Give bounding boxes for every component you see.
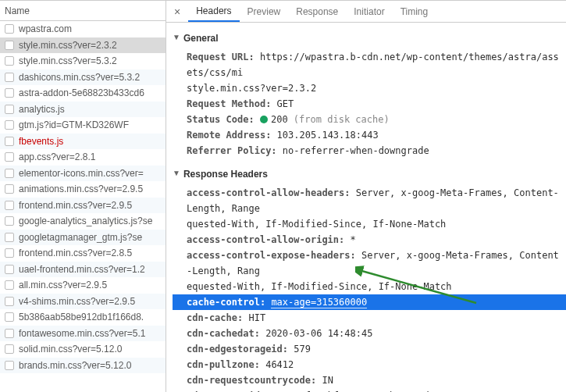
file-row[interactable]: frontend.min.css?ver=2.8.5	[0, 245, 166, 262]
file-row[interactable]: dashicons.min.css?ver=5.3.2	[0, 69, 166, 86]
file-row[interactable]: uael-frontend.min.css?ver=1.2	[0, 262, 166, 278]
acah-key: access-control-allow-headers:	[187, 187, 351, 198]
tab-timing[interactable]: Timing	[393, 1, 436, 22]
file-name: app.css?ver=2.8.1	[19, 151, 95, 162]
file-row[interactable]: astra-addon-5e68823b433cd6	[0, 85, 166, 102]
file-icon	[5, 73, 14, 82]
collapse-icon: ▼	[173, 30, 180, 45]
file-name: fontawesome.min.css?ver=5.1	[19, 328, 145, 339]
status-code-key: Status Code:	[187, 114, 255, 125]
file-row[interactable]: elementor-icons.min.css?ver=	[0, 166, 166, 182]
file-row[interactable]: 5b386aab58be912db1f166d8.	[0, 309, 166, 326]
file-row[interactable]: analytics.js	[0, 102, 166, 118]
referrer-policy-key: Referrer Policy:	[187, 145, 277, 156]
file-icon	[5, 233, 14, 242]
file-icon	[5, 137, 14, 146]
file-row[interactable]: google-analytics_analytics.js?se	[0, 213, 166, 230]
file-icon	[5, 216, 14, 226]
name-column-header[interactable]: Name	[0, 1, 166, 21]
cdn-cache-value: HIT	[248, 312, 265, 323]
request-url-row2: style.min.css?ver=2.3.2	[173, 80, 566, 96]
status-dot-icon	[260, 116, 268, 123]
file-name: uael-frontend.min.css?ver=1.2	[19, 264, 145, 275]
file-row[interactable]: fontawesome.min.css?ver=5.1	[0, 326, 166, 342]
file-icon	[5, 169, 14, 178]
file-name: frontend.min.css?ver=2.9.5	[19, 200, 132, 211]
file-icon	[5, 361, 14, 370]
cdn-cachedat-key: cdn-cachedat:	[187, 328, 260, 339]
acao-key: access-control-allow-origin:	[187, 234, 344, 245]
cdn-requestcountrycode-key: cdn-requestcountrycode:	[187, 375, 316, 386]
file-icon	[5, 312, 14, 322]
file-row[interactable]: fbevents.js	[0, 134, 166, 150]
file-name: v4-shims.min.css?ver=2.9.5	[19, 296, 135, 307]
aceh-row: access-control-expose-headers: Server, x…	[173, 248, 566, 279]
tab-response[interactable]: Response	[288, 1, 346, 22]
file-name: astra-addon-5e68823b433cd6	[19, 87, 144, 98]
aceh-row2: equested-With, If-Modified-Since, If-Non…	[173, 279, 566, 294]
file-row[interactable]: style.min.css?ver=5.3.2	[0, 53, 166, 69]
file-icon	[5, 41, 14, 50]
cdn-pullzone-row: cdn-pullzone: 46412	[173, 357, 566, 372]
file-name: wpastra.com	[19, 23, 72, 34]
cdn-edgestorageid-value: 579	[294, 344, 311, 355]
file-list: wpastra.comstyle.min.css?ver=2.3.2style.…	[0, 21, 166, 392]
request-method-key: Request Method:	[187, 98, 271, 109]
details-panel: × HeadersPreviewResponseInitiatorTiming …	[166, 1, 566, 392]
remote-address-key: Remote Address:	[187, 130, 271, 141]
file-icon	[5, 280, 14, 290]
file-icon	[5, 56, 14, 66]
file-row[interactable]: solid.min.css?ver=5.12.0	[0, 341, 166, 358]
tab-preview[interactable]: Preview	[240, 1, 289, 22]
file-icon	[5, 201, 14, 210]
name-column-label: Name	[5, 5, 30, 16]
tab-initiator[interactable]: Initiator	[346, 1, 392, 22]
tab-headers[interactable]: Headers	[188, 1, 239, 22]
file-row[interactable]: wpastra.com	[0, 21, 166, 37]
file-row[interactable]: brands.min.css?ver=5.12.0	[0, 358, 166, 374]
cdn-edgestorageid-row: cdn-edgestorageid: 579	[173, 341, 566, 357]
file-row[interactable]: frontend.min.css?ver=2.9.5	[0, 198, 166, 214]
file-name: brands.min.css?ver=5.12.0	[19, 360, 131, 371]
request-url-row: Request URL: https://wpastra.b-cdn.net/w…	[173, 49, 566, 80]
referrer-policy-value: no-referrer-when-downgrade	[283, 145, 429, 156]
response-headers-title: Response Headers	[183, 166, 268, 182]
file-name: animations.min.css?ver=2.9.5	[19, 184, 143, 194]
file-name: google-analytics_analytics.js?se	[19, 216, 152, 226]
file-row[interactable]: animations.min.css?ver=2.9.5	[0, 181, 166, 198]
remote-address-row: Remote Address: 103.205.143.18:443	[173, 127, 566, 143]
aceh-value2: equested-With, If-Modified-Since, If-Non…	[187, 281, 452, 292]
remote-address-value: 103.205.143.18:443	[277, 130, 379, 141]
file-row[interactable]: style.min.css?ver=2.3.2	[0, 37, 166, 54]
file-name: frontend.min.css?ver=2.8.5	[19, 248, 132, 258]
file-row[interactable]: all.min.css?ver=2.9.5	[0, 277, 166, 294]
close-icon[interactable]: ×	[171, 5, 188, 18]
cdn-pullzone-value: 46412	[265, 359, 294, 370]
referrer-policy-row: Referrer Policy: no-referrer-when-downgr…	[173, 143, 566, 159]
file-name: style.min.css?ver=5.3.2	[19, 55, 117, 66]
details-tab-bar: × HeadersPreviewResponseInitiatorTiming	[166, 1, 566, 23]
file-icon	[5, 24, 14, 34]
cdn-edgestorageid-key: cdn-edgestorageid:	[187, 344, 288, 355]
network-file-panel: Name wpastra.comstyle.min.css?ver=2.3.2s…	[0, 1, 166, 392]
response-headers-section-header[interactable]: ▼ Response Headers	[173, 166, 566, 182]
collapse-icon: ▼	[173, 166, 180, 181]
file-row[interactable]: app.css?ver=2.8.1	[0, 149, 166, 166]
file-icon	[5, 329, 14, 338]
cdn-pullzone-key: cdn-pullzone:	[187, 359, 260, 370]
file-icon	[5, 120, 14, 130]
file-icon	[5, 265, 14, 274]
file-row[interactable]: v4-shims.min.css?ver=2.9.5	[0, 294, 166, 310]
request-url-value2: style.min.css?ver=2.3.2	[187, 83, 316, 94]
file-name: solid.min.css?ver=5.12.0	[19, 344, 122, 355]
file-name: dashicons.min.css?ver=5.3.2	[19, 72, 140, 83]
cdn-cache-key: cdn-cache:	[187, 312, 243, 323]
file-row[interactable]: gtm.js?id=GTM-KD326WF	[0, 117, 166, 134]
general-section-header[interactable]: ▼ General	[173, 30, 566, 46]
headers-view: ▼ General Request URL: https://wpastra.b…	[166, 23, 566, 392]
cdn-cachedat-row: cdn-cachedat: 2020-03-06 14:48:45	[173, 326, 566, 341]
general-title: General	[183, 30, 219, 46]
file-row[interactable]: googletagmanager_gtm.js?se	[0, 230, 166, 246]
file-name: style.min.css?ver=2.3.2	[19, 40, 117, 51]
request-method-value: GET	[277, 98, 294, 109]
